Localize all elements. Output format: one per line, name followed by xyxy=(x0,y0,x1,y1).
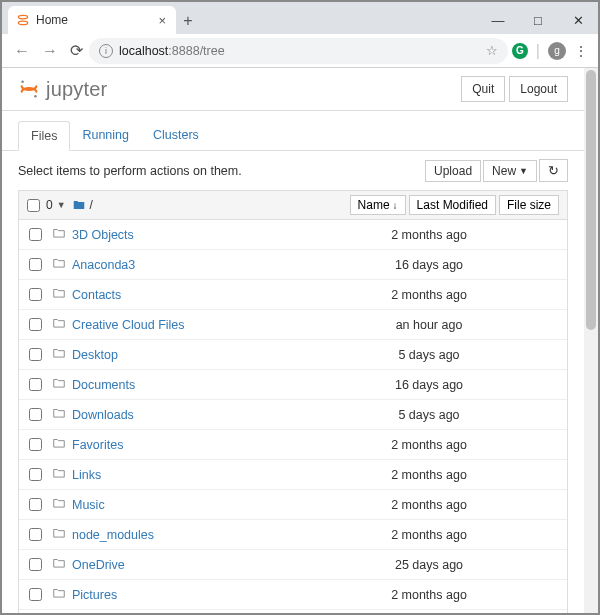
item-name[interactable]: Favorites xyxy=(72,438,123,452)
row-checkbox[interactable] xyxy=(29,288,42,301)
extension-icon[interactable]: G xyxy=(512,43,528,59)
jupyter-logo-icon xyxy=(18,78,40,100)
item-name[interactable]: Anaconda3 xyxy=(72,258,135,272)
profile-avatar-icon[interactable]: g xyxy=(548,42,566,60)
new-button-label: New xyxy=(492,164,516,178)
window-controls: — □ ✕ xyxy=(478,7,598,34)
action-bar: Select items to perform actions on them.… xyxy=(2,151,584,190)
file-row: node_modules2 months ago xyxy=(19,520,567,550)
file-row: Music2 months ago xyxy=(19,490,567,520)
window-maximize-icon[interactable]: □ xyxy=(518,7,558,34)
file-row: Creative Cloud Filesan hour ago xyxy=(19,310,567,340)
item-modified: 25 days ago xyxy=(359,558,499,572)
file-row: Favorites2 months ago xyxy=(19,430,567,460)
folder-icon xyxy=(52,436,72,453)
select-all-checkbox[interactable] xyxy=(27,199,40,212)
row-checkbox[interactable] xyxy=(29,588,42,601)
file-row: Desktop5 days ago xyxy=(19,340,567,370)
jupyter-wordmark: jupyter xyxy=(46,78,107,101)
jupyter-header: jupyter Quit Logout xyxy=(2,68,584,106)
folder-icon xyxy=(52,316,72,333)
selection-menu-caret-icon[interactable]: ▼ xyxy=(57,200,66,210)
scrollbar-thumb[interactable] xyxy=(586,70,596,330)
row-checkbox[interactable] xyxy=(29,258,42,271)
jupyter-logo[interactable]: jupyter xyxy=(18,78,107,101)
folder-icon xyxy=(52,256,72,273)
sort-name-button[interactable]: Name↓ xyxy=(350,195,406,215)
dashboard-tabs: Files Running Clusters xyxy=(2,121,584,151)
item-modified: 2 months ago xyxy=(359,588,499,602)
row-checkbox[interactable] xyxy=(29,438,42,451)
item-name[interactable]: node_modules xyxy=(72,528,154,542)
logout-button[interactable]: Logout xyxy=(509,76,568,102)
address-path: /tree xyxy=(200,44,225,58)
tab-running[interactable]: Running xyxy=(70,121,141,150)
folder-icon xyxy=(52,526,72,543)
browser-menu-icon[interactable]: ⋮ xyxy=(574,43,588,59)
folder-icon xyxy=(52,226,72,243)
browser-toolbar: ← → ⟳ i localhost:8888/tree ☆ G | g ⋮ xyxy=(2,34,598,68)
row-checkbox[interactable] xyxy=(29,408,42,421)
item-modified: 2 months ago xyxy=(359,228,499,242)
folder-icon xyxy=(52,556,72,573)
row-checkbox[interactable] xyxy=(29,468,42,481)
refresh-button[interactable]: ↻ xyxy=(539,159,568,182)
row-checkbox[interactable] xyxy=(29,558,42,571)
file-row: Links2 months ago xyxy=(19,460,567,490)
site-info-icon[interactable]: i xyxy=(99,44,113,58)
row-checkbox[interactable] xyxy=(29,378,42,391)
upload-button[interactable]: Upload xyxy=(425,160,481,182)
tab-files[interactable]: Files xyxy=(18,121,70,151)
svg-point-2 xyxy=(21,80,24,83)
nav-forward-icon[interactable]: → xyxy=(36,42,64,60)
refresh-icon: ↻ xyxy=(548,163,559,178)
col-name-label: Name xyxy=(358,198,390,212)
item-name[interactable]: Links xyxy=(72,468,101,482)
row-checkbox[interactable] xyxy=(29,318,42,331)
item-name[interactable]: Documents xyxy=(72,378,135,392)
item-modified: 2 months ago xyxy=(359,528,499,542)
address-bar[interactable]: i localhost:8888/tree ☆ xyxy=(89,38,508,64)
item-name[interactable]: Music xyxy=(72,498,105,512)
item-modified: 5 days ago xyxy=(359,408,499,422)
item-name[interactable]: Contacts xyxy=(72,288,121,302)
item-name[interactable]: Creative Cloud Files xyxy=(72,318,185,332)
breadcrumb-folder-icon[interactable] xyxy=(72,198,86,213)
file-row: Pictures2 months ago xyxy=(19,580,567,610)
item-name[interactable]: OneDrive xyxy=(72,558,125,572)
tab-clusters[interactable]: Clusters xyxy=(141,121,211,150)
item-name[interactable]: Downloads xyxy=(72,408,134,422)
quit-button[interactable]: Quit xyxy=(461,76,505,102)
row-checkbox[interactable] xyxy=(29,348,42,361)
file-row: Downloads5 days ago xyxy=(19,400,567,430)
folder-icon xyxy=(52,346,72,363)
row-checkbox[interactable] xyxy=(29,528,42,541)
tab-close-icon[interactable]: × xyxy=(156,13,168,28)
folder-icon xyxy=(52,496,72,513)
window-minimize-icon[interactable]: — xyxy=(478,7,518,34)
vertical-scrollbar[interactable] xyxy=(584,68,598,613)
sort-size-button[interactable]: File size xyxy=(499,195,559,215)
folder-icon xyxy=(52,376,72,393)
item-name[interactable]: 3D Objects xyxy=(72,228,134,242)
new-tab-button[interactable]: + xyxy=(176,12,200,34)
file-row: Saved Games2 months ago xyxy=(19,610,567,613)
breadcrumb-root[interactable]: / xyxy=(90,198,93,212)
sort-modified-button[interactable]: Last Modified xyxy=(409,195,496,215)
bookmark-star-icon[interactable]: ☆ xyxy=(486,43,498,58)
nav-back-icon[interactable]: ← xyxy=(8,42,36,60)
row-checkbox[interactable] xyxy=(29,498,42,511)
file-row: Contacts2 months ago xyxy=(19,280,567,310)
item-name[interactable]: Pictures xyxy=(72,588,117,602)
item-modified: 5 days ago xyxy=(359,348,499,362)
row-checkbox[interactable] xyxy=(29,228,42,241)
jupyter-favicon xyxy=(16,13,30,27)
nav-reload-icon[interactable]: ⟳ xyxy=(64,41,89,60)
action-hint: Select items to perform actions on them. xyxy=(18,164,242,178)
browser-tab[interactable]: Home × xyxy=(8,6,176,34)
sort-arrow-down-icon: ↓ xyxy=(393,200,398,211)
item-name[interactable]: Desktop xyxy=(72,348,118,362)
window-close-icon[interactable]: ✕ xyxy=(558,7,598,34)
header-divider xyxy=(2,110,584,111)
new-button[interactable]: New▼ xyxy=(483,160,537,182)
